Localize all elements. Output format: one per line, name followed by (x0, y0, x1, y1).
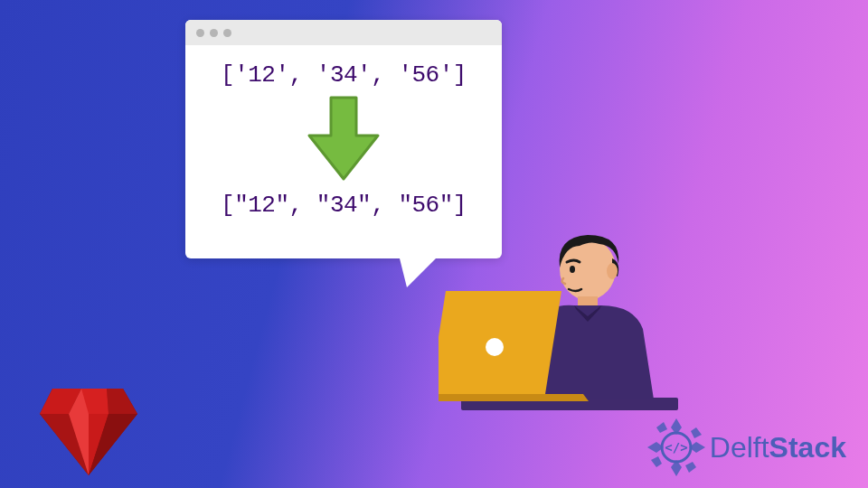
window-control-dot (223, 29, 231, 37)
logo-text-regular: Delft (710, 431, 769, 464)
logo-text-bold: Stack (769, 431, 846, 464)
speech-bubble-tail (398, 251, 443, 287)
code-line-output: ["12", "34", "56"] (221, 192, 467, 219)
svg-point-1 (607, 263, 618, 279)
code-window: ['12', '34', '56'] ["12", "34", "56"] (185, 20, 502, 258)
window-titlebar (185, 20, 502, 45)
svg-marker-9 (107, 389, 137, 414)
svg-point-5 (486, 338, 504, 356)
svg-text:</>: </> (665, 440, 687, 455)
window-control-dot (210, 29, 218, 37)
delftstack-wordmark: DelftStack (710, 431, 846, 465)
code-body: ['12', '34', '56'] ["12", "34", "56"] (185, 45, 502, 228)
svg-point-2 (570, 266, 575, 273)
delftstack-emblem-icon: </> (645, 416, 708, 479)
window-control-dot (196, 29, 204, 37)
person-at-laptop-illustration (439, 226, 683, 434)
code-line-input: ['12', '34', '56'] (221, 61, 467, 89)
delftstack-logo: </> DelftStack (645, 416, 846, 479)
ruby-gem-icon (36, 381, 140, 481)
arrow-down-icon (306, 96, 382, 183)
